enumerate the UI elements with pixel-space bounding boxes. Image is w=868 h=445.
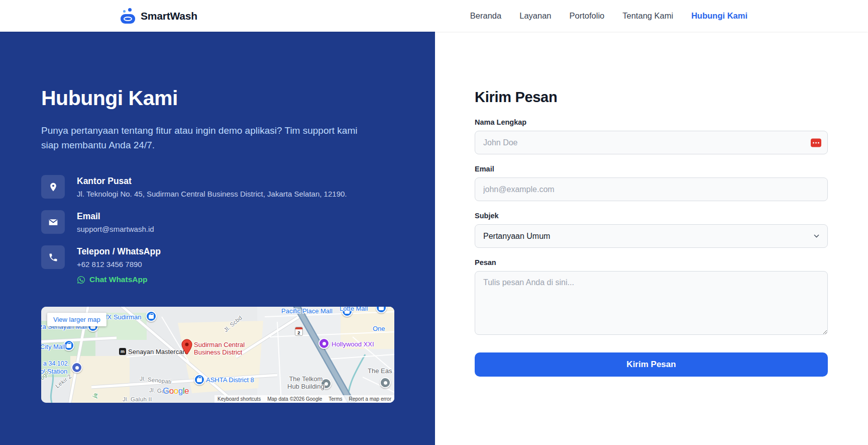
subject-select[interactable]: Pertanyaan Umum: [475, 224, 828, 248]
fx-sudirman-mall-poi-icon: [146, 311, 157, 322]
chat-whatsapp-label: Chat WhatsApp: [89, 275, 147, 284]
map-attribution-bar: Keyboard shortcuts Map data ©2026 Google…: [214, 395, 394, 403]
soap-bubbles-icon: [121, 8, 136, 24]
map-label-ashta-district: ASHTA District 8: [206, 376, 254, 384]
map-label-jl-galuh: Jl. Galuh II: [123, 396, 152, 402]
map-label-one: One: [373, 325, 385, 332]
chat-whatsapp-link[interactable]: Chat WhatsApp: [77, 275, 161, 284]
map-label-city-mall: City Mall: [41, 343, 65, 350]
station-poi-icon: [71, 362, 82, 373]
nav-item-tentang-kami[interactable]: Tentang Kami: [622, 11, 673, 21]
brand-name: SmartWash: [141, 10, 197, 22]
hollywood-xxi-poi-icon: [318, 338, 330, 349]
email-title: Email: [77, 211, 154, 222]
office-title: Kantor Pusat: [77, 176, 347, 187]
contact-form-panel: Kirim Pesan Nama Lengkap Email Subjek Pe…: [435, 32, 868, 445]
phone-number: +62 812 3456 7890: [77, 260, 161, 269]
name-field-label: Nama Lengkap: [475, 118, 828, 126]
message-field-label: Pesan: [475, 258, 828, 266]
email-address: support@smartwash.id: [77, 225, 154, 233]
phone-icon: [41, 245, 65, 269]
brand-logo[interactable]: SmartWash: [121, 8, 197, 24]
map-label-the-east: The Eas: [368, 367, 392, 375]
map-label-lotte-mall: Lotte Mall: [340, 307, 368, 312]
password-manager-autofill-icon[interactable]: [811, 138, 821, 147]
map-label-marker-title: Sudirman CentralBusiness District: [194, 341, 245, 356]
map-label-telkom-hub: The TelkomHub Building: [287, 375, 324, 390]
name-input[interactable]: [475, 131, 828, 154]
whatsapp-icon: [77, 276, 85, 284]
map-label-fx-sudirman: fX Sudirman: [105, 313, 142, 321]
nav-item-hubungi-kami[interactable]: Hubungi Kami: [691, 11, 747, 21]
keyboard-shortcuts-link[interactable]: Keyboard shortcuts: [218, 396, 261, 402]
nav-item-portofolio[interactable]: Portofolio: [570, 11, 605, 21]
chevron-down-icon: [814, 234, 819, 238]
submit-button[interactable]: Kirim Pesan: [475, 352, 828, 377]
contact-item-email: Email support@smartwash.id: [41, 210, 394, 234]
map-label-senayan-mastercard: Senayan Mastercard: [128, 348, 188, 355]
google-logo[interactable]: Google: [163, 386, 189, 396]
map-data-text: Map data ©2026 Google: [267, 396, 322, 402]
form-title: Kirim Pesan: [475, 89, 828, 106]
office-address: Jl. Teknologi No. 45, Sudirman Central B…: [77, 190, 347, 198]
page-subtitle: Punya pertanyaan tentang fitur atau ingi…: [41, 124, 367, 152]
email-input[interactable]: [475, 177, 828, 201]
view-larger-map-button[interactable]: View larger map: [47, 313, 106, 326]
mastercard-badge-icon: m: [119, 348, 126, 355]
contact-info-panel: Hubungi Kami Punya pertanyaan tentang fi…: [0, 32, 435, 445]
contact-item-phone: Telepon / WhatsApp +62 812 3456 7890 Cha…: [41, 245, 394, 284]
contact-form: Nama Lengkap Email Subjek Pertanyaan Umu…: [475, 118, 828, 377]
terms-link[interactable]: Terms: [329, 396, 342, 402]
google-map-embed[interactable]: View larger map fX Sudirman Pacific Plac…: [41, 307, 394, 403]
nav-item-layanan[interactable]: Layanan: [519, 11, 551, 21]
subject-field-label: Subjek: [475, 212, 828, 220]
main-nav: Beranda Layanan Portofolio Tentang Kami …: [470, 11, 747, 21]
contact-list: Kantor Pusat Jl. Teknologi No. 45, Sudir…: [41, 175, 394, 284]
east-poi-icon: [380, 377, 391, 388]
red-map-marker-icon[interactable]: [181, 339, 193, 355]
phone-title: Telepon / WhatsApp: [77, 246, 161, 257]
header: SmartWash Beranda Layanan Portofolio Ten…: [0, 0, 868, 32]
report-map-error-link[interactable]: Report a map error: [349, 396, 391, 402]
message-textarea[interactable]: [475, 271, 828, 335]
nav-item-beranda[interactable]: Beranda: [470, 11, 501, 21]
page-title: Hubungi Kami: [41, 86, 394, 110]
email-field-label: Email: [475, 165, 828, 173]
map-label-pacific-place-mall: Pacific Place Mall: [281, 307, 333, 315]
subject-selected-value: Pertanyaan Umum: [483, 232, 550, 241]
contact-item-office: Kantor Pusat Jl. Teknologi No. 45, Sudir…: [41, 175, 394, 199]
ashta-poi-icon: [194, 374, 205, 385]
map-label-station-number: a 34.102.: [43, 360, 69, 367]
route-2-shield-icon: 2: [295, 327, 303, 336]
map-label-hollywood-xxi: Hollywood XXI: [332, 340, 374, 348]
location-pin-icon: [41, 175, 65, 199]
envelope-icon: [41, 210, 65, 234]
